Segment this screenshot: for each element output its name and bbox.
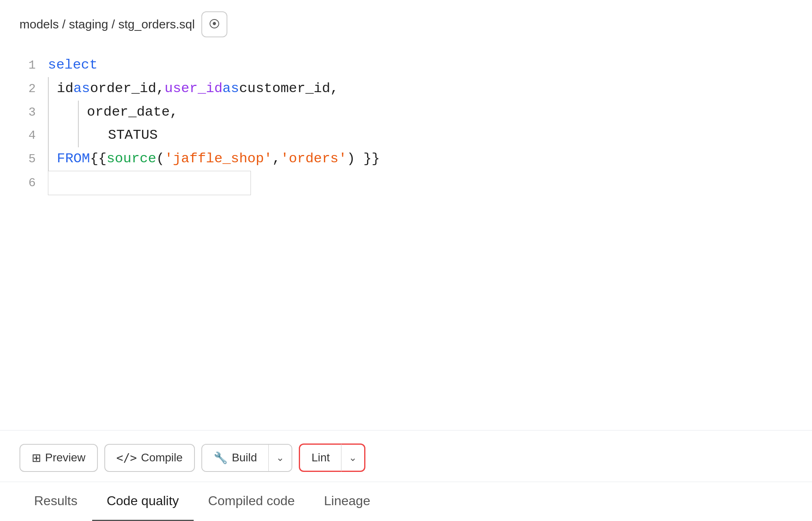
lint-label: Lint (311, 451, 330, 464)
tab-lineage-label: Lineage (324, 493, 370, 508)
tab-compiled-code-label: Compiled code (208, 493, 295, 508)
token-orders: 'orders' (281, 147, 347, 171)
line-content-1: select (48, 54, 97, 77)
build-button[interactable]: 🔧 Build (202, 445, 269, 471)
token-curly-open: {{ (90, 147, 107, 171)
token-as-1: as (73, 77, 90, 101)
compass-button[interactable]: ⦿ (201, 11, 227, 37)
token-customer-id: customer_id, (239, 77, 339, 101)
build-label: Build (232, 451, 257, 464)
tab-lineage[interactable]: Lineage (309, 482, 385, 521)
tab-compiled-code[interactable]: Compiled code (194, 482, 309, 521)
compass-icon: ⦿ (209, 18, 220, 31)
code-lines: 1 select 2 id as order_id, user_id as cu… (19, 54, 793, 195)
breadcrumb: models / staging / stg_orders.sql (19, 17, 195, 31)
lint-chevron-button[interactable]: ⌄ (341, 443, 365, 472)
code-line-6: 6 (19, 171, 793, 195)
build-button-group: 🔧 Build ⌄ (201, 444, 292, 472)
token-order-id: order_id, (90, 77, 165, 101)
token-comma: , (272, 147, 281, 171)
token-jaffle-shop: 'jaffle_shop' (164, 147, 272, 171)
lint-button[interactable]: Lint (299, 443, 341, 472)
token-source: source (106, 147, 156, 171)
build-icon: 🔧 (214, 451, 228, 465)
lint-chevron-icon: ⌄ (349, 452, 357, 463)
build-chevron-button[interactable]: ⌄ (269, 445, 292, 471)
preview-icon: ⊞ (32, 451, 41, 465)
token-id: id (57, 77, 73, 101)
token-paren-open: ( (156, 147, 164, 171)
line-number-6: 6 (19, 173, 48, 194)
code-editor[interactable]: 1 select 2 id as order_id, user_id as cu… (0, 45, 812, 422)
code-line-4: 4 STATUS (19, 124, 793, 147)
line-number-5: 5 (19, 149, 48, 170)
line-content-2: id as order_id, user_id as customer_id, (48, 77, 339, 101)
token-order-date: order_date, (87, 101, 178, 124)
compile-button[interactable]: </> Compile (104, 444, 195, 472)
tab-results[interactable]: Results (19, 482, 92, 521)
build-chevron-icon: ⌄ (276, 452, 284, 463)
keyword-select: select (48, 54, 97, 77)
header: models / staging / stg_orders.sql ⦿ (0, 0, 812, 45)
line-number-2: 2 (19, 79, 48, 99)
line-content-3: order_date, (48, 101, 178, 124)
code-line-2: 2 id as order_id, user_id as customer_id… (19, 77, 793, 101)
line-content-4: STATUS (48, 124, 158, 147)
line-content-5: FROM {{ source ( 'jaffle_shop' , 'orders… (48, 147, 380, 171)
line-number-1: 1 (19, 55, 48, 76)
line-number-3: 3 (19, 102, 48, 123)
token-as-2: as (222, 77, 239, 101)
token-from: FROM (57, 147, 90, 171)
tab-results-label: Results (34, 493, 78, 508)
tab-code-quality[interactable]: Code quality (92, 482, 194, 521)
toolbar: ⊞ Preview </> Compile 🔧 Build ⌄ Lint ⌄ (0, 430, 812, 482)
compile-icon: </> (117, 451, 137, 465)
lint-button-group: Lint ⌄ (299, 443, 365, 472)
tab-code-quality-label: Code quality (107, 493, 179, 508)
code-line-1: 1 select (19, 54, 793, 77)
line-number-4: 4 (19, 125, 48, 146)
bottom-tabs: Results Code quality Compiled code Linea… (0, 482, 812, 521)
line-content-6 (48, 171, 251, 195)
preview-label: Preview (45, 451, 86, 464)
code-line-5: 5 FROM {{ source ( 'jaffle_shop' , 'orde… (19, 147, 793, 171)
token-user-id: user_id (164, 77, 222, 101)
compile-label: Compile (141, 451, 183, 464)
token-status: STATUS (108, 124, 158, 147)
token-paren-close: ) }} (347, 147, 380, 171)
preview-button[interactable]: ⊞ Preview (19, 444, 98, 472)
code-line-3: 3 order_date, (19, 101, 793, 124)
